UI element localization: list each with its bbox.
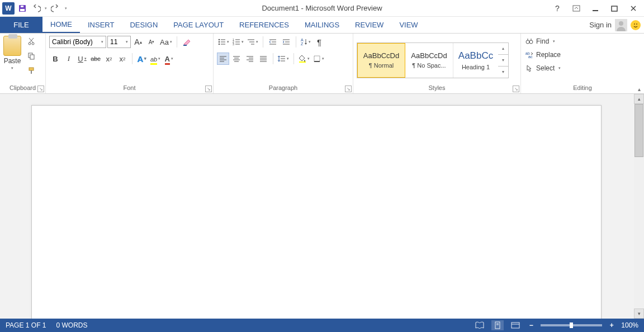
shrink-font-icon[interactable]: A▾ bbox=[145, 36, 158, 48]
redo-icon[interactable] bbox=[48, 2, 61, 15]
align-right-icon[interactable] bbox=[244, 53, 256, 65]
line-spacing-icon[interactable] bbox=[277, 53, 290, 65]
borders-icon[interactable] bbox=[312, 53, 325, 65]
style-normal[interactable]: AaBbCcDd ¶ Normal bbox=[357, 43, 405, 78]
paragraph-launcher-icon[interactable]: ↘ bbox=[345, 86, 352, 92]
save-icon[interactable] bbox=[16, 2, 29, 15]
underline-button[interactable]: U bbox=[76, 53, 88, 65]
help-icon[interactable]: ? bbox=[549, 2, 566, 15]
svg-point-10 bbox=[632, 21, 640, 29]
replace-button[interactable]: abac Replace bbox=[524, 49, 562, 60]
tab-view[interactable]: VIEW bbox=[391, 17, 425, 33]
print-layout-icon[interactable] bbox=[491, 320, 504, 330]
gallery-down-icon[interactable]: ▾ bbox=[498, 55, 508, 67]
select-button[interactable]: Select▾ bbox=[524, 63, 562, 74]
close-icon[interactable] bbox=[625, 2, 642, 15]
word-count[interactable]: 0 WORDS bbox=[56, 321, 87, 329]
svg-point-70 bbox=[529, 40, 533, 44]
highlight-color-icon[interactable]: ab bbox=[149, 53, 162, 65]
read-mode-icon[interactable] bbox=[473, 320, 486, 330]
scroll-thumb[interactable] bbox=[634, 104, 643, 157]
align-center-icon[interactable] bbox=[230, 53, 243, 65]
feedback-smiley-icon[interactable] bbox=[631, 20, 641, 30]
scroll-track[interactable] bbox=[634, 104, 644, 309]
font-size-combo[interactable]: 11▾ bbox=[107, 36, 131, 48]
increase-indent-icon[interactable] bbox=[280, 36, 292, 48]
page-indicator[interactable]: PAGE 1 OF 1 bbox=[6, 321, 46, 329]
minimize-icon[interactable] bbox=[587, 2, 604, 15]
svg-text:Z: Z bbox=[301, 42, 304, 46]
numbering-icon[interactable]: 123 bbox=[231, 36, 245, 48]
shading-icon[interactable] bbox=[297, 53, 311, 65]
scroll-down-icon[interactable]: ▾ bbox=[634, 309, 644, 319]
bullets-icon[interactable] bbox=[217, 36, 230, 48]
tab-mailings[interactable]: MAILINGS bbox=[297, 17, 347, 33]
styles-launcher-icon[interactable]: ↘ bbox=[513, 86, 519, 92]
font-color-icon[interactable]: A bbox=[163, 53, 175, 65]
gallery-up-icon[interactable]: ▴ bbox=[498, 43, 508, 55]
strikethrough-button[interactable]: abc bbox=[89, 53, 102, 65]
bold-button[interactable]: B bbox=[49, 53, 61, 65]
web-layout-icon[interactable] bbox=[509, 320, 522, 330]
undo-icon[interactable] bbox=[30, 2, 44, 15]
format-painter-icon[interactable] bbox=[26, 65, 37, 76]
clipboard-launcher-icon[interactable]: ↘ bbox=[37, 86, 44, 92]
gallery-more-icon[interactable]: ▾ bbox=[498, 67, 508, 78]
ribbon: Paste ▾ Clipboard ↘ Calibri (B bbox=[0, 34, 644, 94]
subscript-button[interactable]: x2 bbox=[103, 53, 115, 65]
tab-home[interactable]: HOME bbox=[42, 17, 80, 33]
style-no-spacing[interactable]: AaBbCcDd ¶ No Spac... bbox=[405, 43, 453, 78]
justify-icon[interactable] bbox=[257, 53, 269, 65]
sign-in-link[interactable]: Sign in bbox=[589, 21, 612, 29]
style-heading1[interactable]: AaBbCc Heading 1 bbox=[453, 43, 498, 78]
zoom-slider[interactable] bbox=[541, 324, 602, 326]
tab-design[interactable]: DESIGN bbox=[122, 17, 165, 33]
copy-icon[interactable] bbox=[26, 50, 37, 61]
svg-text:3: 3 bbox=[233, 42, 234, 45]
find-button[interactable]: Find▾ bbox=[524, 36, 562, 47]
group-editing: Find▾ abac Replace Select▾ Editing bbox=[521, 34, 644, 93]
decrease-indent-icon[interactable] bbox=[267, 36, 279, 48]
tab-page-layout[interactable]: PAGE LAYOUT bbox=[165, 17, 231, 33]
text-effects-icon[interactable]: A bbox=[136, 53, 148, 65]
svg-text:A: A bbox=[301, 38, 304, 42]
superscript-button[interactable]: x2 bbox=[116, 53, 129, 65]
sort-icon[interactable]: AZ bbox=[300, 36, 312, 48]
clipboard-icon bbox=[3, 36, 21, 56]
grow-font-icon[interactable]: A▴ bbox=[132, 36, 144, 48]
cursor-icon bbox=[525, 64, 533, 72]
cut-icon[interactable] bbox=[26, 36, 37, 47]
clear-formatting-icon[interactable] bbox=[181, 36, 193, 48]
tab-file[interactable]: FILE bbox=[0, 17, 42, 33]
svg-rect-1 bbox=[20, 9, 25, 11]
avatar-placeholder-icon[interactable] bbox=[615, 19, 627, 31]
paste-button[interactable]: Paste ▾ bbox=[3, 36, 21, 70]
tab-review[interactable]: REVIEW bbox=[347, 17, 391, 33]
tab-insert[interactable]: INSERT bbox=[80, 17, 122, 33]
collapse-ribbon-icon[interactable]: ▴ bbox=[638, 86, 641, 92]
maximize-icon[interactable] bbox=[606, 2, 623, 15]
svg-text:ac: ac bbox=[528, 55, 533, 59]
zoom-handle[interactable] bbox=[570, 322, 573, 328]
scroll-up-icon[interactable]: ▴ bbox=[634, 94, 644, 104]
page[interactable] bbox=[31, 105, 602, 319]
svg-line-16 bbox=[29, 38, 33, 42]
svg-rect-75 bbox=[495, 322, 500, 329]
zoom-in-button[interactable]: + bbox=[608, 321, 615, 329]
change-case-icon[interactable]: Aa bbox=[159, 36, 173, 48]
svg-rect-20 bbox=[31, 70, 32, 74]
binoculars-icon bbox=[525, 37, 533, 45]
tab-references[interactable]: REFERENCES bbox=[231, 17, 297, 33]
svg-point-69 bbox=[526, 40, 529, 44]
font-name-combo[interactable]: Calibri (Body)▾ bbox=[49, 36, 106, 48]
show-hide-paragraph-icon[interactable]: ¶ bbox=[313, 36, 325, 48]
ribbon-display-options-icon[interactable] bbox=[568, 2, 585, 15]
multilevel-list-icon[interactable] bbox=[246, 36, 259, 48]
zoom-level[interactable]: 100% bbox=[621, 321, 638, 329]
align-left-icon[interactable] bbox=[217, 53, 229, 65]
group-editing-label: Editing bbox=[524, 84, 641, 92]
italic-button[interactable]: I bbox=[63, 53, 75, 65]
font-launcher-icon[interactable]: ↘ bbox=[205, 86, 212, 92]
vertical-scrollbar[interactable]: ▴ ▾ bbox=[634, 94, 644, 319]
zoom-out-button[interactable]: − bbox=[527, 321, 535, 329]
